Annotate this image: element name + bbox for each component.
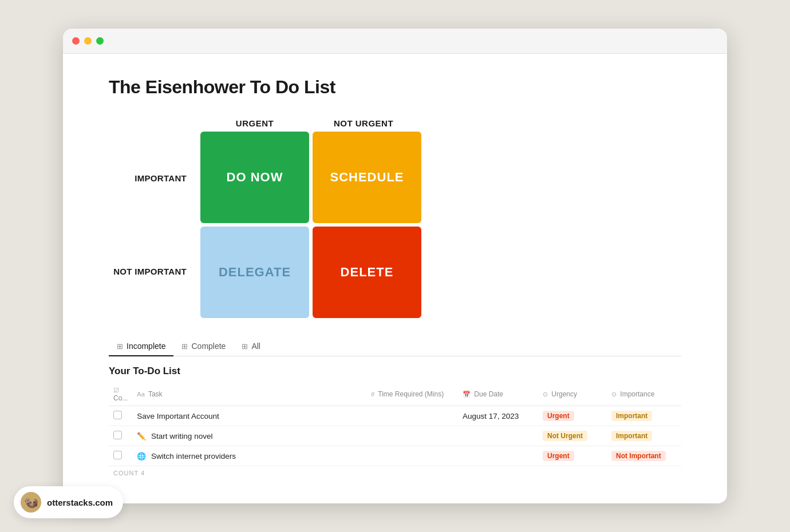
importance-badge-1: Important [611, 411, 652, 421]
row-2-task: ✏️ Start writing novel [132, 426, 366, 446]
row-2-urgency: Not Urgent [538, 426, 607, 446]
matrix-row-labels: IMPORTANT NOT IMPORTANT [109, 132, 193, 318]
checkbox-1[interactable] [113, 411, 122, 419]
tabs-row: ⊞ Incomplete ⊞ Complete ⊞ All [109, 336, 681, 356]
row-1-urgency: Urgent [538, 406, 607, 426]
close-button[interactable] [72, 37, 80, 45]
urgency-badge-3: Urgent [543, 451, 574, 461]
row-label-not-important: NOT IMPORTANT [109, 226, 193, 317]
table-header: ☑ Co... Aa Task # Time Required (Mins) 📅… [109, 383, 681, 406]
cell-delegate-label: DELEGATE [219, 265, 291, 280]
checkbox-3[interactable] [113, 451, 122, 459]
minimize-button[interactable] [84, 37, 92, 45]
cell-schedule-label: SCHEDULE [330, 170, 404, 185]
table-row: 🌐 Switch internet providers Urgent Not I… [109, 446, 681, 466]
col-header-complete: ☑ Co... [109, 383, 132, 406]
tab-complete-label: Complete [191, 342, 226, 351]
page-title: The Eisenhower To Do List [109, 77, 681, 98]
cell-delete[interactable]: DELETE [313, 227, 421, 318]
table-header-row: ☑ Co... Aa Task # Time Required (Mins) 📅… [109, 383, 681, 406]
table-row: Save Important Account August 17, 2023 U… [109, 406, 681, 426]
col-header-importance: ⊙ Importance [607, 383, 681, 406]
eisenhower-matrix: URGENT NOT URGENT IMPORTANT NOT IMPORTAN… [109, 118, 681, 318]
tab-incomplete[interactable]: ⊞ Incomplete [109, 337, 173, 356]
urgency-badge-2: Not Urgent [543, 431, 587, 441]
row-3-time [366, 446, 458, 466]
time-icon: # [371, 391, 374, 398]
task-table: ☑ Co... Aa Task # Time Required (Mins) 📅… [109, 383, 681, 466]
checkbox-2[interactable] [113, 431, 122, 439]
task-icon-2: ✏️ [137, 432, 146, 440]
row-3-importance: Not Important [607, 446, 681, 466]
traffic-lights [72, 37, 104, 45]
cell-delete-label: DELETE [341, 265, 394, 280]
brand-avatar-icon: 🦦 [24, 495, 38, 509]
cell-delegate[interactable]: DELEGATE [200, 227, 309, 318]
table-title: Your To-Do List [109, 366, 681, 377]
count-row: COUNT 4 [109, 466, 681, 480]
row-3-task: 🌐 Switch internet providers [132, 446, 366, 466]
matrix-body: IMPORTANT NOT IMPORTANT DO NOW SCHEDULE … [109, 132, 421, 318]
app-window: The Eisenhower To Do List URGENT NOT URG… [63, 29, 727, 503]
date-icon: 📅 [463, 391, 471, 398]
row-1-time [366, 406, 458, 426]
task-type-icon: Aa [137, 391, 144, 398]
tab-all[interactable]: ⊞ All [234, 337, 268, 356]
brand-badge: 🦦 otterstacks.com [14, 486, 123, 518]
count-value: 4 [141, 470, 145, 477]
task-icon-3: 🌐 [137, 452, 146, 460]
row-2-importance: Important [607, 426, 681, 446]
col-header-task: Aa Task [132, 383, 366, 406]
row-2-time [366, 426, 458, 446]
col-header-date: 📅 Due Date [458, 383, 538, 406]
matrix-grid: DO NOW SCHEDULE DELEGATE DELETE [200, 132, 421, 318]
tab-all-icon: ⊞ [242, 342, 248, 351]
matrix-header: URGENT NOT URGENT [109, 118, 418, 128]
count-label: COUNT [113, 470, 139, 477]
row-2-check[interactable] [109, 426, 132, 446]
brand-name: otterstacks.com [47, 498, 113, 507]
row-2-date [458, 426, 538, 446]
title-bar [63, 29, 727, 54]
row-1-importance: Important [607, 406, 681, 426]
tab-incomplete-icon: ⊞ [117, 342, 123, 351]
row-3-date [458, 446, 538, 466]
urgency-badge-1: Urgent [543, 411, 574, 421]
table-row: ✏️ Start writing novel Not Urgent Import… [109, 426, 681, 446]
cell-do-now[interactable]: DO NOW [200, 132, 309, 223]
cell-schedule[interactable]: SCHEDULE [313, 132, 421, 223]
row-label-important: IMPORTANT [109, 133, 193, 224]
importance-badge-2: Important [611, 431, 652, 441]
row-3-urgency: Urgent [538, 446, 607, 466]
brand-avatar: 🦦 [21, 492, 41, 513]
urgency-icon: ⊙ [543, 391, 548, 398]
tab-incomplete-label: Incomplete [127, 342, 165, 351]
row-3-check[interactable] [109, 446, 132, 466]
table-body: Save Important Account August 17, 2023 U… [109, 406, 681, 466]
row-1-task: Save Important Account [132, 406, 366, 426]
col-label-urgent: URGENT [200, 118, 309, 128]
main-content: The Eisenhower To Do List URGENT NOT URG… [63, 54, 727, 503]
row-1-date: August 17, 2023 [458, 406, 538, 426]
col-label-not-urgent: NOT URGENT [309, 118, 418, 128]
col-header-urgency: ⊙ Urgency [538, 383, 607, 406]
cell-do-now-label: DO NOW [227, 170, 283, 185]
col-header-time: # Time Required (Mins) [366, 383, 458, 406]
tab-complete[interactable]: ⊞ Complete [173, 337, 234, 356]
row-1-check[interactable] [109, 406, 132, 426]
tab-all-label: All [251, 342, 260, 351]
tab-complete-icon: ⊞ [181, 342, 188, 351]
complete-icon: ☑ [113, 387, 119, 394]
maximize-button[interactable] [96, 37, 104, 45]
importance-badge-3: Not Important [611, 451, 666, 461]
importance-icon: ⊙ [611, 391, 617, 398]
